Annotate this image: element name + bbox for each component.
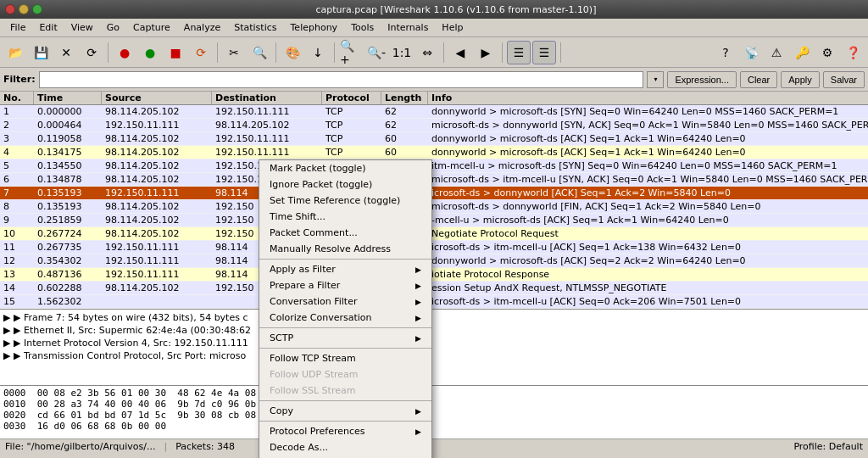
cell-source: 192.150.11.111 [102, 241, 212, 254]
cell-info: microsoft-ds > donnyworld [FIN, ACK] Seq… [428, 200, 868, 213]
cell-source: 98.114.205.102 [102, 132, 212, 145]
reload-button[interactable]: ⟳ [80, 41, 103, 64]
toolbar-sep-7 [560, 42, 561, 63]
save-filter-button[interactable]: Salvar [823, 71, 865, 88]
display-filters-button[interactable]: 🔍 [248, 41, 271, 64]
open-button[interactable]: 📂 [3, 41, 27, 64]
submenu-arrow-icon: ▶ [415, 427, 421, 436]
cell-no: 1 [0, 105, 34, 118]
menu-analyze[interactable]: Analyze [177, 20, 227, 35]
cell-destination: 192.150.11.111 [212, 132, 322, 145]
context-menu-item[interactable]: Manually Resolve Address [259, 241, 431, 257]
table-row[interactable]: 6 0.134878 98.114.205.102 192.150.11. TC… [0, 173, 868, 187]
cell-length: 60 [381, 132, 428, 145]
menu-file[interactable]: File [3, 20, 32, 35]
cell-info: donnyworld > microsoft-ds [SYN] Seq=0 Wi… [428, 105, 868, 118]
context-menu-item[interactable]: Time Shift... [259, 209, 431, 225]
apply-button[interactable]: Apply [781, 71, 820, 88]
cell-no: 7 [0, 187, 34, 199]
detail-line[interactable]: ▶ Ethernet II, Src: Supermic 62:4e:4a (0… [2, 324, 866, 337]
table-row[interactable]: 4 0.134175 98.114.205.102 192.150.11.111… [0, 146, 868, 159]
context-menu-item[interactable]: Colorize Conversation▶ [259, 310, 431, 326]
menu-tools[interactable]: Tools [344, 20, 381, 35]
cell-source: 98.114.205.102 [102, 159, 212, 172]
filter-input[interactable] [39, 71, 644, 88]
table-row[interactable]: 12 0.354302 192.150.11.111 98.114 donnyw… [0, 254, 868, 268]
zoom-reset-button[interactable]: 1:1 [390, 41, 414, 64]
preferences-button[interactable]: ⚙ [815, 41, 839, 64]
details-panel: ▶ Frame 7: 54 bytes on wire (432 bits), … [0, 310, 868, 386]
help-button[interactable]: ? [714, 41, 737, 64]
context-menu-item-label: Manually Resolve Address [270, 243, 391, 254]
maximize-button[interactable] [32, 4, 42, 14]
table-row[interactable]: 2 0.000464 192.150.11.111 98.114.205.102… [0, 119, 868, 132]
context-menu-item[interactable]: Protocol Preferences▶ [259, 423, 431, 439]
wireless-button[interactable]: 📡 [739, 41, 763, 64]
zoom-out-button[interactable]: 🔍- [364, 41, 388, 64]
context-menu-item[interactable]: SCTP▶ [259, 330, 431, 346]
table-row[interactable]: 15 1.562302 icrosoft-ds > itm-mcell-u [A… [0, 295, 868, 309]
cell-no: 3 [0, 132, 34, 145]
cell-info: -mcell-u > microsoft-ds [ACK] Seq=1 Ack=… [428, 214, 868, 226]
restart-capture-button[interactable]: ⟳ [189, 41, 213, 64]
context-menu-item[interactable]: Follow TCP Stream [259, 350, 431, 366]
about-button[interactable]: ❓ [841, 41, 865, 64]
expert-info-button[interactable]: ⚠ [765, 41, 788, 64]
clear-button[interactable]: Clear [740, 71, 777, 88]
table-row[interactable]: 14 0.602288 98.114.205.102 192.150 essio… [0, 282, 868, 295]
colorize-button[interactable]: 🎨 [281, 41, 304, 64]
detail-line[interactable]: ▶ Transmission Control Protocol, Src Por… [2, 349, 866, 362]
capture-filters-button[interactable]: ✂ [222, 41, 246, 64]
coloring-rules-button[interactable]: 🔑 [790, 41, 814, 64]
stop-capture-button[interactable]: ■ [164, 41, 187, 64]
table-row[interactable]: 1 0.000000 98.114.205.102 192.150.11.111… [0, 105, 868, 119]
close-capture-button[interactable]: ✕ [54, 41, 78, 64]
context-menu-item[interactable]: Conversation Filter▶ [259, 293, 431, 310]
detail-line[interactable]: ▶ Internet Protocol Version 4, Src: 192.… [2, 337, 866, 349]
table-row[interactable]: 3 0.119058 98.114.205.102 192.150.11.111… [0, 132, 868, 146]
cell-source: 98.114.205.102 [102, 146, 212, 159]
minimize-button[interactable] [19, 4, 29, 14]
expression-button[interactable]: Expression... [667, 71, 737, 88]
detail-line[interactable]: ▶ Frame 7: 54 bytes on wire (432 bits), … [2, 311, 866, 324]
menu-statistics[interactable]: Statistics [227, 20, 283, 35]
pane2-button[interactable]: ☰ [532, 41, 556, 64]
menu-go[interactable]: Go [100, 20, 126, 35]
context-menu-item[interactable]: Prepare a Filter▶ [259, 277, 431, 293]
capture-options-button[interactable]: ● [113, 41, 136, 64]
menu-help[interactable]: Help [435, 20, 470, 35]
menu-capture[interactable]: Capture [126, 20, 177, 35]
back-button[interactable]: ◀ [448, 41, 472, 64]
context-menu-item[interactable]: Ignore Packet (toggle) [259, 176, 431, 193]
table-row[interactable]: 8 0.135193 98.114.205.102 192.150 micros… [0, 200, 868, 214]
zoom-in-button[interactable]: 🔍+ [339, 41, 363, 64]
context-menu-item[interactable]: Mark Packet (toggle) [259, 160, 431, 176]
table-row[interactable]: 13 0.487136 192.150.11.111 98.114 iotiat… [0, 268, 868, 282]
resize-columns-button[interactable]: ⇔ [415, 41, 439, 64]
context-menu-separator [259, 327, 431, 328]
context-menu-item[interactable]: Copy▶ [259, 403, 431, 419]
table-row[interactable]: 9 0.251859 98.114.205.102 192.150 -mcell… [0, 214, 868, 227]
table-row[interactable]: 10 0.267724 98.114.205.102 192.150 Negot… [0, 227, 868, 241]
context-menu-item[interactable]: Decode As... [259, 439, 431, 455]
menu-edit[interactable]: Edit [32, 20, 64, 35]
close-button[interactable] [5, 4, 15, 14]
table-row[interactable]: 11 0.267735 192.150.11.111 98.114 icroso… [0, 241, 868, 254]
save-button[interactable]: 💾 [29, 41, 53, 64]
menu-view[interactable]: View [64, 20, 100, 35]
start-capture-button[interactable]: ● [138, 41, 162, 64]
table-row[interactable]: 5 0.134550 98.114.205.102 192.150.11.111… [0, 159, 868, 173]
pane1-button[interactable]: ☰ [507, 41, 531, 64]
filter-dropdown[interactable]: ▾ [647, 71, 664, 88]
context-menu-item-label: SCTP [270, 332, 293, 344]
menu-internals[interactable]: Internals [381, 20, 435, 35]
autoscroll-button[interactable]: ↓ [306, 41, 330, 64]
forward-button[interactable]: ▶ [474, 41, 498, 64]
context-menu-item[interactable]: Packet Comment... [259, 225, 431, 241]
menu-telephony[interactable]: Telephony [284, 20, 345, 35]
context-menu-item[interactable]: Set Time Reference (toggle) [259, 193, 431, 209]
table-row[interactable]: 7 0.135193 192.150.11.111 98.114 icrosof… [0, 187, 868, 200]
hex-line: 0010 00 28 a3 74 40 00 40 06 9b 7d c0 96… [3, 399, 865, 410]
cell-time: 0.354302 [34, 254, 102, 267]
context-menu-item[interactable]: Apply as Filter▶ [259, 261, 431, 277]
